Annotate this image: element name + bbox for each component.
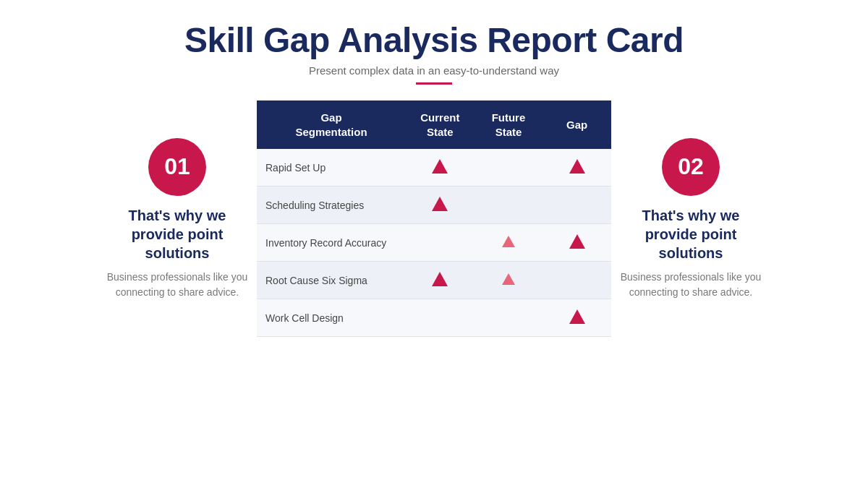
table-row: Root Cause Six Sigma	[257, 262, 611, 299]
right-badge: 02	[662, 138, 720, 196]
table-row: Rapid Set Up	[257, 149, 611, 187]
triangle-future	[502, 236, 515, 247]
triangle-current	[432, 159, 448, 174]
row-current	[406, 224, 475, 262]
row-future	[475, 224, 543, 262]
row-future	[475, 187, 543, 224]
triangle-gap	[569, 159, 585, 174]
page-subtitle: Present complex data in an easy-to-under…	[309, 64, 559, 77]
triangle-current	[432, 272, 448, 286]
row-gap	[542, 149, 611, 187]
right-panel: 02 That's why we provide point solutions…	[611, 138, 770, 300]
row-future	[475, 262, 543, 299]
left-badge: 01	[148, 138, 206, 196]
row-gap	[542, 224, 611, 262]
subtitle-divider	[416, 82, 452, 85]
col-header-segmentation: GapSegmentation	[257, 100, 406, 149]
triangle-current	[432, 197, 448, 211]
triangle-gap	[569, 234, 585, 249]
row-gap	[542, 299, 611, 337]
left-panel: 01 That's why we provide point solutions…	[98, 138, 257, 300]
right-heading: That's why we provide point solutions	[618, 206, 763, 262]
row-label: Scheduling Strategies	[257, 187, 406, 224]
gap-table-wrapper: GapSegmentation CurrentState FutureState…	[257, 100, 611, 337]
right-text: Business professionals like you connecti…	[618, 270, 763, 300]
table-row: Scheduling Strategies	[257, 187, 611, 224]
row-future	[475, 149, 543, 187]
triangle-future	[502, 273, 515, 285]
table-header-row: GapSegmentation CurrentState FutureState…	[257, 100, 611, 149]
row-label: Root Cause Six Sigma	[257, 262, 406, 299]
row-label: Rapid Set Up	[257, 149, 406, 187]
row-current	[406, 187, 475, 224]
row-current	[406, 149, 475, 187]
col-header-gap: Gap	[542, 100, 611, 149]
left-text: Business professionals like you connecti…	[105, 270, 250, 300]
gap-table: GapSegmentation CurrentState FutureState…	[257, 100, 611, 337]
page-title: Skill Gap Analysis Report Card	[184, 20, 684, 60]
left-heading: That's why we provide point solutions	[105, 206, 250, 262]
main-content: 01 That's why we provide point solutions…	[0, 100, 868, 337]
row-current	[406, 262, 475, 299]
triangle-gap	[569, 309, 585, 324]
table-body: Rapid Set UpScheduling StrategiesInvento…	[257, 149, 611, 337]
row-gap	[542, 187, 611, 224]
row-current	[406, 299, 475, 337]
table-row: Work Cell Design	[257, 299, 611, 337]
col-header-future: FutureState	[475, 100, 543, 149]
table-row: Inventory Record Accuracy	[257, 224, 611, 262]
row-future	[475, 299, 543, 337]
row-gap	[542, 262, 611, 299]
row-label: Inventory Record Accuracy	[257, 224, 406, 262]
col-header-current: CurrentState	[406, 100, 475, 149]
row-label: Work Cell Design	[257, 299, 406, 337]
